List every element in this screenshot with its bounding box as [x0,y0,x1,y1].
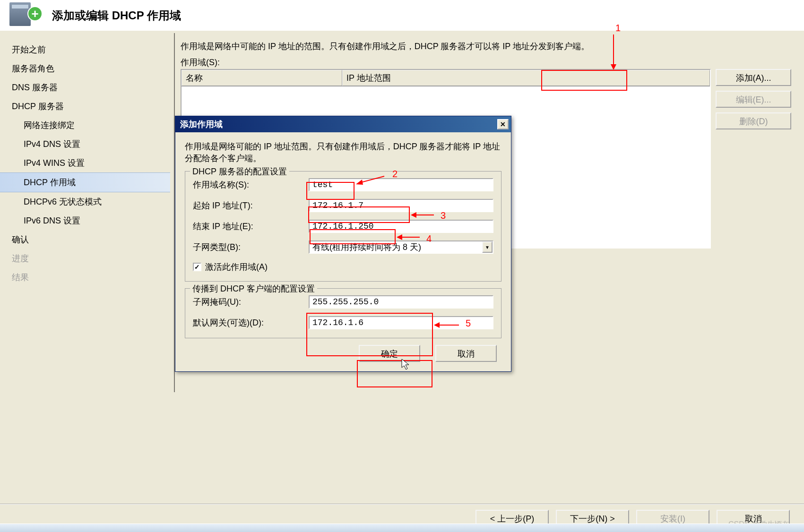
label-start-ip: 起始 IP 地址(T): [193,200,309,211]
input-scope-name[interactable] [309,178,493,191]
wizard-title: 添加或编辑 DHCP 作用域 [52,8,181,23]
sidebar-item-results: 结果 [0,268,170,287]
chevron-down-icon[interactable]: ▼ [482,241,493,253]
sidebar-item-ipv4-dns[interactable]: IPv4 DNS 设置 [0,135,170,154]
scopes-table-header: 名称 IP 地址范围 [182,70,710,86]
delete-button: 删除(D) [716,112,791,129]
label-gateway: 默认网关(可选)(D): [193,317,309,328]
server-plus-icon: + [9,2,43,28]
dialog-cancel-button[interactable]: 取消 [435,345,497,362]
groupbox-title-1: DHCP 服务器的配置设置 [190,166,289,177]
sidebar-item-dns-server[interactable]: DNS 服务器 [0,78,170,97]
sidebar-item-server-roles[interactable]: 服务器角色 [0,59,170,78]
add-button[interactable]: 添加(A)... [716,69,791,86]
select-subnet-type-value: 有线(租用持续时间将为 8 天) [312,241,421,253]
sidebar-item-dhcp-server[interactable]: DHCP 服务器 [0,97,170,116]
column-ip-range[interactable]: IP 地址范围 [342,70,710,86]
ok-button[interactable]: 确定 [359,345,420,362]
column-name[interactable]: 名称 [182,70,342,86]
input-end-ip[interactable] [309,220,493,233]
dialog-title: 添加作用域 [180,119,223,130]
close-icon[interactable]: ✕ [497,119,509,129]
sidebar-item-progress: 进度 [0,249,170,268]
dialog-titlebar[interactable]: 添加作用域 ✕ [175,116,511,132]
select-subnet-type[interactable]: 有线(租用持续时间将为 8 天) ▼ [309,240,493,254]
label-subnet-type: 子网类型(B): [193,241,309,253]
checkbox-activate[interactable]: ✓ [193,263,201,271]
sidebar-item-ipv4-wins[interactable]: IPv4 WINS 设置 [0,154,170,172]
wizard-header: + 添加或编辑 DHCP 作用域 [0,0,804,31]
groupbox-title-2: 传播到 DHCP 客户端的配置设置 [190,283,317,294]
input-gateway[interactable] [309,316,493,329]
input-start-ip[interactable] [309,199,493,212]
groupbox-dhcp-config: DHCP 服务器的配置设置 作用域名称(S): 起始 IP 地址(T): 结束 … [185,171,501,282]
label-activate: 激活此作用域(A) [205,261,268,273]
edit-button: 编辑(E)... [716,91,791,108]
taskbar [0,523,804,532]
scopes-label: 作用域(S): [181,57,791,68]
sidebar-item-dhcpv6-stateless[interactable]: DHCPv6 无状态模式 [0,192,170,211]
sidebar-item-dhcp-scope[interactable]: DHCP 作用域 [0,172,170,192]
groupbox-client-config: 传播到 DHCP 客户端的配置设置 子网掩码(U): 默认网关(可选)(D): [185,288,501,338]
wizard-sidebar: 开始之前 服务器角色 DNS 服务器 DHCP 服务器 网络连接绑定 IPv4 … [0,33,170,392]
sidebar-item-confirm[interactable]: 确认 [0,230,170,249]
label-end-ip: 结束 IP 地址(E): [193,221,309,232]
sidebar-item-before-begin[interactable]: 开始之前 [0,40,170,59]
sidebar-item-ipv6-dns[interactable]: IPv6 DNS 设置 [0,211,170,230]
sidebar-item-network-binding[interactable]: 网络连接绑定 [0,116,170,135]
label-scope-name: 作用域名称(S): [193,179,309,190]
dialog-description: 作用域是网络可能的 IP 地址范围。只有创建作用域后，DHCP 服务器才能将 I… [185,141,501,164]
label-subnet-mask: 子网掩码(U): [193,296,309,308]
panel-description: 作用域是网络中可能的 IP 地址的范围。只有创建作用域之后，DHCP 服务器才可… [181,40,791,53]
add-scope-dialog: 添加作用域 ✕ 作用域是网络可能的 IP 地址范围。只有创建作用域后，DHCP … [175,116,511,372]
input-subnet-mask[interactable] [309,295,493,309]
